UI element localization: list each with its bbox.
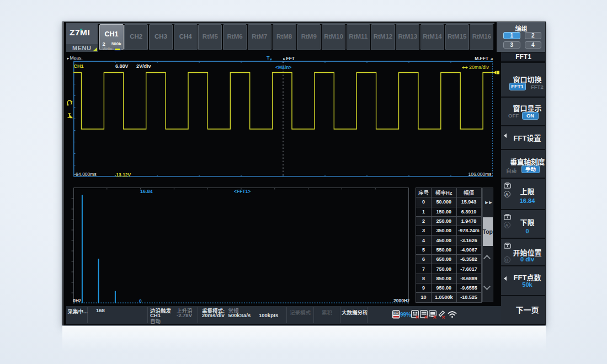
svg-text:SSD: SSD bbox=[393, 312, 399, 314]
